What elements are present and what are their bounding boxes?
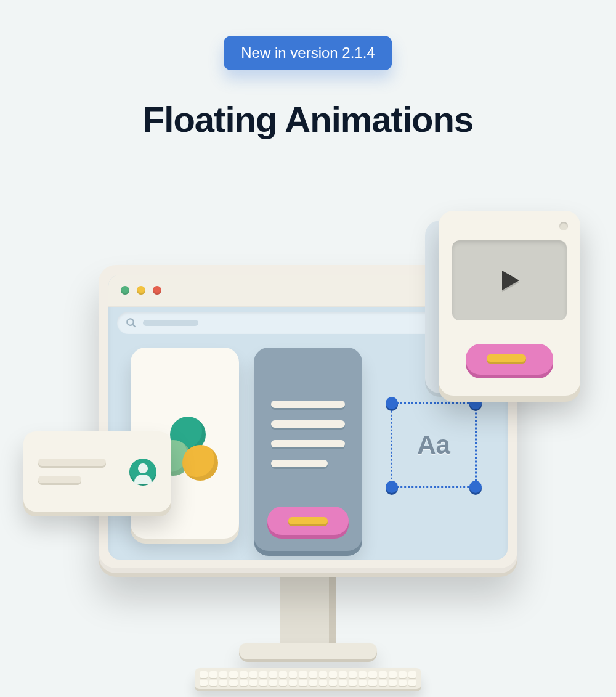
monitor-base [239, 643, 377, 659]
type-sample: Aa [384, 396, 483, 494]
window-controls [121, 286, 161, 295]
video-card[interactable] [439, 211, 580, 396]
list-card[interactable] [254, 348, 362, 551]
list-line [271, 460, 328, 467]
page: New in version 2.1.4 Floating Animations [0, 0, 616, 697]
video-thumbnail[interactable] [452, 240, 567, 320]
list-line [271, 420, 345, 428]
list-line [271, 401, 345, 408]
address-placeholder [143, 320, 198, 326]
svg-line-1 [132, 324, 135, 327]
typography-selection[interactable]: Aa [384, 396, 483, 494]
camera-dot-icon [559, 222, 568, 230]
text-line [38, 459, 106, 466]
hero-illustration: Aa [0, 185, 616, 696]
page-title: Floating Animations [0, 99, 616, 140]
list-line [271, 440, 345, 447]
play-button[interactable] [466, 344, 553, 375]
action-button[interactable] [267, 507, 349, 535]
color-swatch-gold [182, 445, 218, 481]
search-icon [126, 317, 137, 328]
text-line [38, 476, 81, 483]
traffic-light-green[interactable] [121, 286, 129, 295]
avatar-icon [129, 459, 156, 486]
play-icon [495, 266, 524, 295]
keyboard [195, 668, 421, 689]
traffic-light-yellow[interactable] [137, 286, 145, 295]
traffic-light-red[interactable] [153, 286, 161, 295]
user-card[interactable] [23, 431, 171, 512]
version-badge: New in version 2.1.4 [224, 36, 392, 70]
monitor-stand [280, 573, 336, 647]
